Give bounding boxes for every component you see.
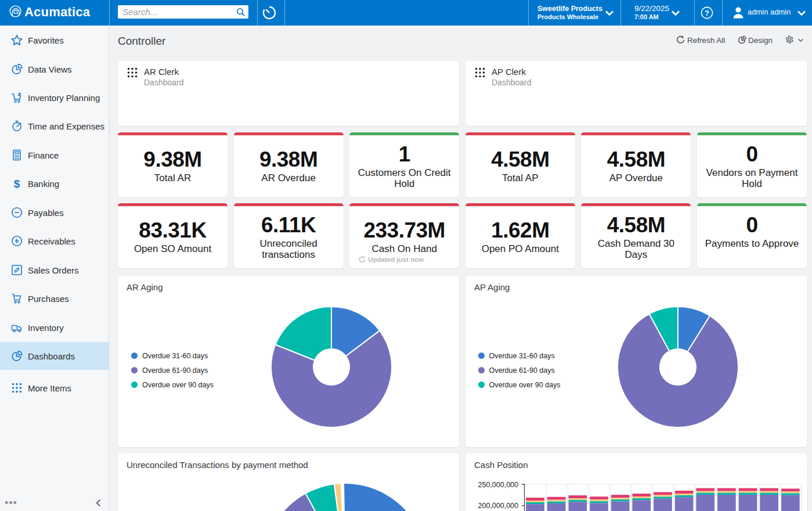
- svg-text:250,000,000: 250,000,000: [478, 481, 518, 489]
- svg-text:?: ?: [705, 9, 709, 17]
- svg-text:$: $: [14, 178, 20, 189]
- svg-text:200,000,000: 200,000,000: [478, 502, 518, 510]
